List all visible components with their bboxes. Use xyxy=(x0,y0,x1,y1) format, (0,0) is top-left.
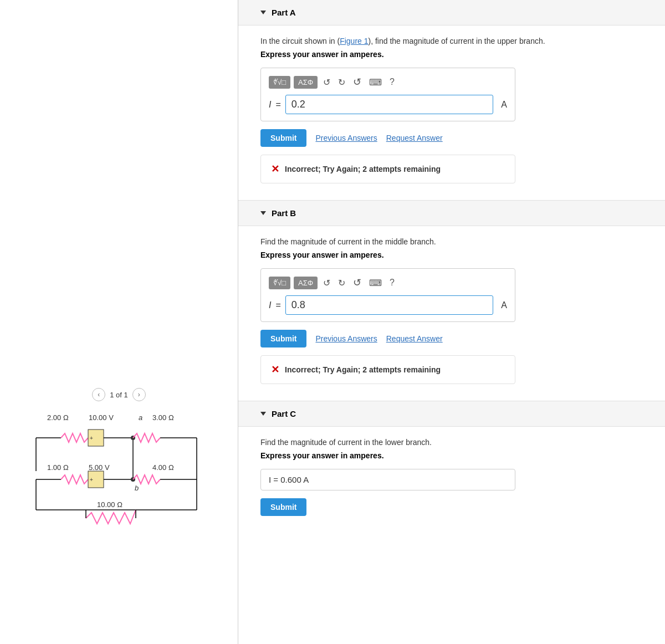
part-a-x-icon: ✕ xyxy=(271,163,279,175)
part-a-previous-answers-button[interactable]: Previous Answers xyxy=(315,134,377,142)
right-panel: Part A In the circuit shown in (Figure 1… xyxy=(238,0,665,644)
part-c-body: Find the magnitude of current in the low… xyxy=(238,427,665,540)
part-a-chevron-icon[interactable] xyxy=(260,11,266,14)
part-a-math-input-box: ∜√□ ΑΣΦ ↺ ↻ ↺ ⌨ ? I = A xyxy=(260,68,515,121)
part-b-description: Find the magnitude of current in the mid… xyxy=(260,237,643,246)
part-a-feedback-text: Incorrect; Try Again; 2 attempts remaini… xyxy=(285,165,441,173)
part-b-submit-button[interactable]: Submit xyxy=(260,330,306,347)
part-b-title: Part B xyxy=(272,208,296,218)
part-b-header[interactable]: Part B xyxy=(238,201,665,226)
part-a-symbol-button[interactable]: ΑΣΦ xyxy=(294,76,318,89)
part-b-action-row: Submit Previous Answers Request Answer xyxy=(260,330,643,347)
r5-label: 10.00 Ω xyxy=(97,500,122,509)
svg-text:b: b xyxy=(135,484,139,492)
part-a-help-button[interactable]: ? xyxy=(387,76,397,88)
part-b-chevron-icon[interactable] xyxy=(260,211,266,215)
part-c-title: Part C xyxy=(272,409,296,418)
part-c-math-input-box: I = 0.600 A xyxy=(260,469,515,490)
chevron-right-icon: › xyxy=(138,391,140,398)
part-b-x-icon: ✕ xyxy=(271,364,279,376)
part-a-refresh-button[interactable]: ↺ xyxy=(351,75,364,89)
v2-label: 5.00 V xyxy=(89,463,110,472)
part-a-title: Part A xyxy=(272,8,296,17)
part-c-header[interactable]: Part C xyxy=(238,401,665,427)
r1-label: 2.00 Ω xyxy=(47,413,69,422)
svg-text:a: a xyxy=(139,413,142,422)
part-a-input-row: I = A xyxy=(269,95,507,114)
part-b-section: Part B Find the magnitude of current in … xyxy=(238,200,665,401)
part-b-input-row: I = A xyxy=(269,295,507,315)
r2-label: 3.00 Ω xyxy=(152,413,174,422)
part-b-toolbar: ∜√□ ΑΣΦ ↺ ↻ ↺ ⌨ ? xyxy=(269,275,507,290)
part-b-radical-button[interactable]: ∜√□ xyxy=(269,277,290,289)
part-b-equals: = xyxy=(275,300,280,310)
part-a-section: Part A In the circuit shown in (Figure 1… xyxy=(238,0,665,200)
part-b-redo-button[interactable]: ↻ xyxy=(336,277,347,289)
part-b-input-label: I xyxy=(269,300,271,310)
part-c-section: Part C Find the magnitude of current in … xyxy=(238,401,665,540)
part-a-equals: = xyxy=(275,100,280,110)
part-a-unit: A xyxy=(501,100,507,110)
pagination-bar: ‹ 1 of 1 › xyxy=(92,388,146,401)
part-c-express: Express your answer in amperes. xyxy=(260,451,643,460)
part-c-chevron-icon[interactable] xyxy=(260,412,266,416)
part-a-input-label: I xyxy=(269,100,271,110)
part-a-undo-button[interactable]: ↺ xyxy=(321,76,332,89)
part-b-previous-answers-button[interactable]: Previous Answers xyxy=(315,334,377,343)
pagination-label: 1 of 1 xyxy=(110,391,128,399)
part-b-undo-button[interactable]: ↺ xyxy=(321,277,332,289)
part-a-radical-button[interactable]: ∜√□ xyxy=(269,76,290,89)
svg-text:+: + xyxy=(90,435,93,441)
part-a-body: In the circuit shown in (Figure 1), find… xyxy=(238,25,665,200)
r4-label: 4.00 Ω xyxy=(152,463,174,472)
part-a-express: Express your answer in amperes. xyxy=(260,50,643,59)
part-b-help-button[interactable]: ? xyxy=(387,277,397,289)
part-c-description: Find the magnitude of current in the low… xyxy=(260,438,643,447)
part-b-express: Express your answer in amperes. xyxy=(260,251,643,259)
circuit-svg: 2.00 Ω 10.00 V a 3.00 Ω + 1.00 Ω xyxy=(30,410,208,532)
next-page-button[interactable]: › xyxy=(132,388,146,401)
part-b-refresh-button[interactable]: ↺ xyxy=(351,275,364,290)
part-a-request-answer-button[interactable]: Request Answer xyxy=(386,134,443,142)
part-a-redo-button[interactable]: ↻ xyxy=(336,76,347,89)
svg-text:+: + xyxy=(90,477,93,483)
prev-page-button[interactable]: ‹ xyxy=(92,388,105,401)
part-b-body: Find the magnitude of current in the mid… xyxy=(238,226,665,401)
v1-label: 10.00 V xyxy=(89,413,114,422)
r3-label: 1.00 Ω xyxy=(47,463,69,472)
part-a-keyboard-button[interactable]: ⌨ xyxy=(367,76,384,89)
part-b-request-answer-button[interactable]: Request Answer xyxy=(386,334,443,343)
part-a-input-field[interactable] xyxy=(285,95,494,114)
part-b-feedback-box: ✕ Incorrect; Try Again; 2 attempts remai… xyxy=(260,355,515,384)
part-b-keyboard-button[interactable]: ⌨ xyxy=(367,277,384,289)
figure1-link[interactable]: Figure 1 xyxy=(340,37,368,45)
part-a-header[interactable]: Part A xyxy=(238,0,665,25)
circuit-diagram: 2.00 Ω 10.00 V a 3.00 Ω + 1.00 Ω xyxy=(30,410,208,532)
part-b-feedback-text: Incorrect; Try Again; 2 attempts remaini… xyxy=(285,365,441,374)
part-a-toolbar: ∜√□ ΑΣΦ ↺ ↻ ↺ ⌨ ? xyxy=(269,75,507,89)
part-b-input-field[interactable] xyxy=(285,295,494,315)
left-panel: ‹ 1 of 1 › 2.00 Ω 10.00 V a 3.00 Ω + xyxy=(0,0,238,644)
part-a-description: In the circuit shown in (Figure 1), find… xyxy=(260,37,643,45)
part-a-action-row: Submit Previous Answers Request Answer xyxy=(260,129,643,147)
part-a-feedback-box: ✕ Incorrect; Try Again; 2 attempts remai… xyxy=(260,155,515,183)
part-b-unit: A xyxy=(501,300,507,310)
part-c-submit-button[interactable]: Submit xyxy=(260,498,306,516)
part-b-symbol-button[interactable]: ΑΣΦ xyxy=(294,277,318,289)
chevron-left-icon: ‹ xyxy=(98,391,100,398)
part-b-math-input-box: ∜√□ ΑΣΦ ↺ ↻ ↺ ⌨ ? I = A xyxy=(260,268,515,322)
part-c-action-row: Submit xyxy=(260,498,643,516)
part-a-submit-button[interactable]: Submit xyxy=(260,129,306,147)
